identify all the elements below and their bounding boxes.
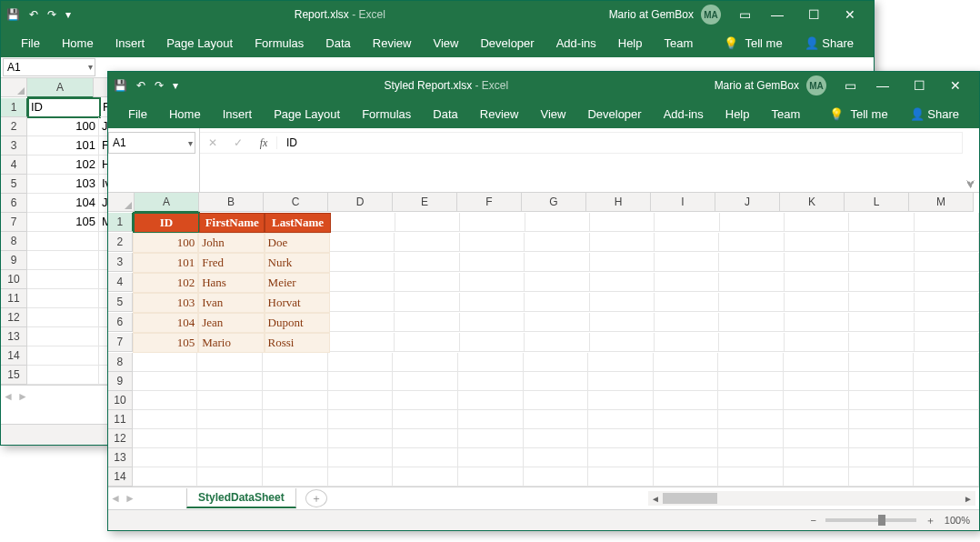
cell[interactable]	[525, 233, 589, 252]
column-header[interactable]: H	[586, 193, 651, 212]
cell[interactable]	[718, 467, 784, 487]
cell[interactable]: FirstName	[199, 213, 265, 233]
ribbon-tab-team[interactable]: Team	[761, 107, 812, 121]
cell[interactable]	[784, 467, 849, 487]
new-sheet-button[interactable]: ＋	[305, 489, 327, 507]
cell[interactable]	[654, 353, 719, 372]
cell[interactable]	[849, 313, 914, 332]
row-header[interactable]: 3	[1, 136, 27, 156]
cell[interactable]: 102	[133, 273, 198, 293]
cell[interactable]	[524, 448, 589, 467]
cell[interactable]	[785, 293, 849, 312]
cell[interactable]	[588, 391, 654, 410]
cell[interactable]	[655, 313, 719, 332]
row-header[interactable]: 7	[1, 213, 27, 232]
zoom-out-icon[interactable]: −	[810, 515, 815, 526]
cell[interactable]	[525, 333, 589, 352]
cell[interactable]	[654, 372, 719, 391]
cell[interactable]	[460, 213, 525, 232]
row-header[interactable]: 2	[108, 233, 133, 252]
tab-scroll-right-icon[interactable]: ►	[15, 390, 30, 403]
cell[interactable]	[27, 289, 99, 308]
ribbon-tab-team[interactable]: Team	[654, 36, 705, 50]
cell[interactable]	[460, 313, 525, 332]
cell[interactable]	[328, 391, 394, 410]
titlebar[interactable]: 💾 ↶ ↷ ▾ Styled Report.xlsx - Excel Mario…	[108, 72, 979, 99]
cell[interactable]	[849, 391, 915, 410]
cell[interactable]: 101	[27, 136, 99, 156]
cell[interactable]	[785, 273, 849, 292]
redo-icon[interactable]: ↷	[155, 79, 164, 92]
cell[interactable]	[784, 372, 849, 391]
cell[interactable]	[133, 391, 198, 410]
cell[interactable]	[460, 333, 525, 352]
cell[interactable]: Ivan	[198, 293, 264, 313]
cell[interactable]: 104	[27, 194, 99, 213]
cell[interactable]	[524, 429, 589, 448]
ribbon-options-icon[interactable]: ▭	[730, 1, 759, 28]
cell[interactable]	[654, 429, 719, 448]
row-header[interactable]: 1	[1, 98, 28, 117]
cell[interactable]: 103	[133, 293, 198, 313]
cell[interactable]	[525, 293, 589, 312]
scroll-right-icon[interactable]: ►	[961, 494, 975, 504]
cell[interactable]	[915, 333, 979, 352]
cell[interactable]	[590, 273, 655, 292]
cell[interactable]	[330, 253, 395, 272]
column-header[interactable]: A	[27, 78, 94, 98]
row-header[interactable]: 12	[1, 308, 27, 327]
cell[interactable]	[328, 467, 394, 487]
cell[interactable]: Rossi	[265, 333, 330, 353]
column-header[interactable]: G	[522, 193, 586, 212]
ribbon-tab-home[interactable]: Home	[158, 107, 212, 121]
cell[interactable]	[849, 372, 915, 391]
cell[interactable]	[525, 313, 589, 332]
column-header[interactable]: M	[909, 193, 974, 212]
cell[interactable]	[393, 448, 458, 467]
cell[interactable]: 104	[133, 313, 198, 333]
cell[interactable]: Meier	[265, 273, 330, 293]
cell[interactable]	[849, 448, 915, 467]
ribbon-tab-data[interactable]: Data	[315, 36, 361, 50]
cell[interactable]	[654, 467, 719, 487]
cell[interactable]	[590, 253, 655, 272]
row-header[interactable]: 9	[108, 372, 133, 391]
cell[interactable]	[784, 353, 849, 372]
row-header[interactable]: 6	[108, 313, 133, 332]
tell-me[interactable]: 💡 Tell me	[818, 107, 899, 121]
cell[interactable]	[914, 448, 979, 467]
column-header[interactable]: J	[715, 193, 780, 212]
cell[interactable]	[330, 333, 395, 352]
cell[interactable]	[197, 429, 263, 448]
cell[interactable]	[524, 467, 589, 487]
cell[interactable]: Dupont	[265, 313, 330, 333]
row-header[interactable]: 14	[108, 467, 133, 487]
cell[interactable]	[197, 467, 263, 487]
save-icon[interactable]: 💾	[6, 8, 20, 21]
cell[interactable]	[27, 270, 99, 289]
maximize-button[interactable]: ☐	[795, 1, 832, 28]
enter-formula-icon[interactable]: ✓	[225, 136, 251, 149]
expand-formula-bar-icon[interactable]: ⮟	[963, 128, 979, 192]
row-header[interactable]: 3	[108, 253, 133, 272]
tell-me[interactable]: 💡 Tell me	[713, 36, 794, 50]
cell[interactable]	[849, 233, 914, 252]
cell[interactable]	[654, 391, 719, 410]
cell[interactable]	[719, 233, 784, 252]
row-header[interactable]: 13	[108, 448, 133, 467]
cell[interactable]	[27, 232, 99, 251]
cell[interactable]	[330, 313, 395, 332]
cell[interactable]	[719, 333, 784, 352]
account-area[interactable]: Mario at GemBox MA	[715, 75, 826, 95]
cell[interactable]: 103	[27, 175, 99, 194]
cell[interactable]	[914, 429, 979, 448]
cell[interactable]	[395, 293, 459, 312]
cell[interactable]	[328, 410, 394, 429]
cell[interactable]	[458, 410, 524, 429]
cell[interactable]	[524, 372, 589, 391]
sheet-tab[interactable]: StyledDataSheet	[186, 488, 296, 508]
ribbon-tab-help[interactable]: Help	[715, 107, 761, 121]
cell[interactable]	[784, 448, 849, 467]
cell[interactable]	[393, 353, 458, 372]
zoom-level[interactable]: 100%	[945, 515, 970, 526]
